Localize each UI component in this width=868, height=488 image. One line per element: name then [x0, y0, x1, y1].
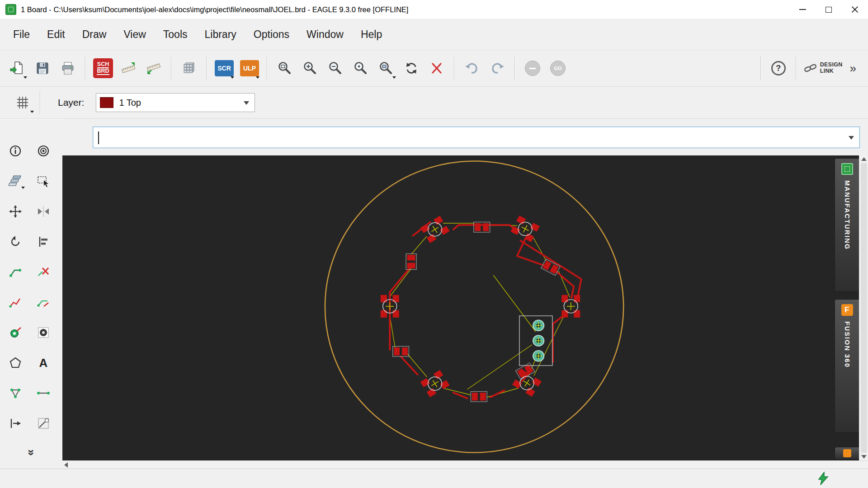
status-bar [0, 469, 868, 488]
route-multi-tool-button[interactable] [33, 293, 54, 311]
cancel-button[interactable] [425, 56, 448, 80]
scroll-down-icon[interactable] [861, 455, 867, 459]
redo-button[interactable] [486, 56, 509, 80]
show-tool-button[interactable] [33, 142, 54, 160]
go-button[interactable]: GO [547, 56, 569, 80]
via-tool-button[interactable] [5, 324, 26, 342]
dropdown-arrow-icon [231, 76, 234, 79]
scroll-up-icon[interactable] [861, 157, 867, 161]
ulp-icon: ULP [240, 60, 259, 76]
print-button[interactable] [57, 56, 79, 80]
stop-button[interactable] [521, 56, 544, 80]
maximize-button[interactable] [816, 0, 842, 19]
wedge-icon [37, 417, 50, 430]
menu-view[interactable]: View [115, 24, 154, 45]
dropdown-arrow-icon [392, 76, 396, 79]
zoom-out-button[interactable] [324, 56, 347, 80]
sch-brd-icon: SCH BRD [93, 58, 113, 78]
dimension-tool-button[interactable] [117, 56, 140, 80]
route-wire-icon [9, 265, 22, 279]
sync-lightning-icon[interactable] [817, 472, 829, 487]
rotate-tool-button[interactable] [5, 233, 26, 251]
display-layers-tool-button[interactable] [5, 172, 26, 190]
toolbar-overflow-chevron[interactable]: » [850, 61, 856, 75]
dropdown-arrow-icon [256, 76, 259, 79]
run-script-button[interactable]: SCR [213, 56, 236, 80]
redraw-button[interactable] [400, 56, 423, 80]
hole-tool-button[interactable] [33, 324, 54, 342]
polygon-tool-button[interactable] [5, 354, 26, 372]
command-dropdown-icon[interactable] [849, 136, 854, 140]
layer-toolbar: Layer: 1 Top [0, 87, 868, 119]
design-rules-button[interactable] [142, 56, 165, 80]
link-icon [804, 61, 817, 75]
menu-tools[interactable]: Tools [155, 24, 196, 45]
main-toolbar: SCH BRD SCR [0, 50, 868, 87]
pcb-connector [519, 316, 552, 366]
horizontal-scrollbar[interactable] [62, 460, 868, 469]
menu-library[interactable]: Library [196, 24, 245, 45]
close-button[interactable] [842, 0, 868, 19]
route-tool-button[interactable] [5, 263, 26, 281]
zoom-last-button[interactable] [349, 56, 372, 80]
vertical-scrollbar[interactable] [859, 155, 868, 460]
toolbar-separator [171, 56, 172, 80]
wedge-tool-button[interactable] [33, 414, 54, 432]
run-ulp-button[interactable]: ULP [238, 56, 261, 80]
design-link-button[interactable]: DESIGN LINK [804, 61, 843, 75]
main-area: A [0, 119, 868, 469]
menu-file[interactable]: File [5, 24, 38, 45]
command-input[interactable] [93, 127, 859, 148]
zoom-select-button[interactable] [375, 56, 397, 80]
zoom-in-button[interactable] [299, 56, 321, 80]
minimize-button[interactable] [789, 0, 816, 19]
group-tool-button[interactable] [33, 172, 54, 190]
meander-tool-button[interactable] [33, 384, 54, 402]
text-tool-button[interactable]: A [33, 354, 54, 372]
open-file-button[interactable] [6, 56, 28, 80]
board-canvas[interactable]: MANUFACTURING F FUSION 360 [62, 155, 859, 460]
menu-draw[interactable]: Draw [74, 24, 115, 45]
palette-collapse-button[interactable]: » [0, 446, 62, 460]
zoom-fit-button[interactable] [274, 56, 296, 80]
minimize-icon [799, 9, 806, 10]
grid-settings-button[interactable] [10, 91, 35, 114]
route-signal-tool-button[interactable] [5, 293, 26, 311]
side-dock: MANUFACTURING F FUSION 360 [835, 158, 859, 460]
move-icon [9, 205, 22, 218]
layer-select[interactable]: 1 Top [96, 93, 255, 112]
library-manager-button[interactable] [178, 56, 200, 80]
fusion-360-tab[interactable]: F FUSION 360 [835, 299, 859, 433]
ratsnest-tool-button[interactable] [5, 384, 26, 402]
pcb-airwires [390, 223, 570, 397]
toolbar-separator [40, 91, 41, 114]
menu-edit[interactable]: Edit [38, 24, 74, 45]
mirror-tool-button[interactable] [33, 202, 54, 221]
layer-color-swatch [100, 97, 113, 108]
menu-help[interactable]: Help [352, 24, 391, 45]
menu-window[interactable]: Window [298, 24, 352, 45]
info-tool-button[interactable] [5, 142, 26, 160]
save-button[interactable] [31, 56, 54, 80]
brd-label: BRD [97, 68, 109, 75]
ripup-tool-button[interactable] [33, 263, 54, 281]
align-tool-button[interactable] [33, 233, 54, 251]
toolbar-separator [206, 56, 207, 80]
canvas-row: MANUFACTURING F FUSION 360 [62, 155, 868, 460]
undo-icon [464, 61, 480, 76]
undo-button[interactable] [461, 56, 483, 80]
close-icon [851, 5, 859, 14]
scroll-left-icon[interactable] [64, 462, 68, 468]
pcb-traces [390, 222, 581, 399]
collapsed-tab[interactable] [835, 447, 859, 460]
port-tool-button[interactable] [5, 414, 26, 432]
move-tool-button[interactable] [5, 202, 26, 221]
manufacturing-tab[interactable]: MANUFACTURING [835, 158, 859, 292]
help-button[interactable]: ? [767, 56, 790, 80]
vertical-scroll-thumb[interactable] [861, 163, 867, 453]
menu-options[interactable]: Options [245, 24, 298, 45]
route-multi-icon [37, 296, 50, 309]
zoom-last-icon [353, 61, 368, 76]
zoom-select-icon [378, 61, 394, 76]
switch-to-schematic-button[interactable]: SCH BRD [92, 56, 114, 80]
